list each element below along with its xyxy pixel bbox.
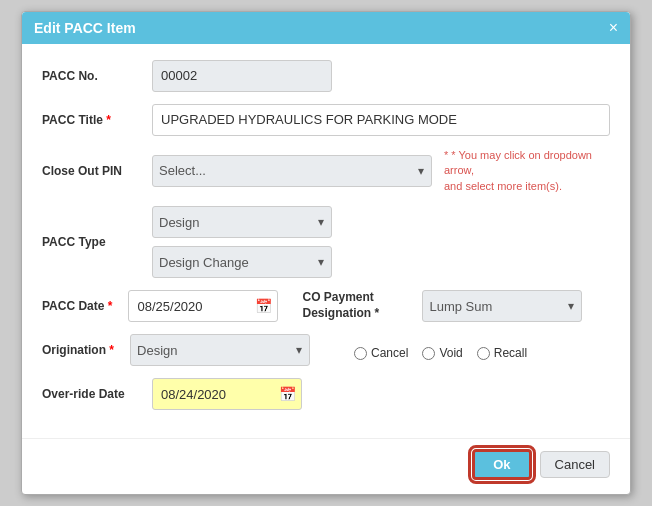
- ok-button[interactable]: Ok: [472, 449, 531, 480]
- radio-cancel-input[interactable]: [354, 347, 367, 360]
- pacc-type-sub-wrapper: Design ChangeScope Change: [152, 246, 332, 278]
- dialog-body: PACC No. PACC Title * Close Out PIN Sele…: [22, 44, 630, 438]
- co-payment-select[interactable]: Lump SumUnit PriceAllowance: [422, 290, 582, 322]
- dialog-header: Edit PACC Item ×: [22, 12, 630, 44]
- pacc-date-required: *: [108, 299, 113, 313]
- radio-recall-input[interactable]: [477, 347, 490, 360]
- pacc-type-select[interactable]: DesignConstructionOwner: [152, 206, 332, 238]
- dialog-footer: Ok Cancel: [22, 438, 630, 494]
- close-button[interactable]: ×: [609, 20, 618, 36]
- close-out-pin-row: Close Out PIN Select... * * You may clic…: [42, 148, 610, 194]
- pacc-title-required: *: [106, 113, 111, 127]
- pacc-date-label: PACC Date *: [42, 299, 112, 313]
- origination-wrapper: DesignConstructionOwner: [130, 334, 310, 366]
- co-payment-label: CO Payment Designation *: [302, 290, 412, 321]
- pacc-type-label: PACC Type: [42, 235, 152, 249]
- origination-select[interactable]: DesignConstructionOwner: [130, 334, 310, 366]
- pacc-type-row: PACC Type DesignConstructionOwner Design…: [42, 206, 610, 278]
- co-payment-required: *: [375, 306, 380, 320]
- radio-recall-label[interactable]: Recall: [477, 346, 527, 360]
- pacc-no-label: PACC No.: [42, 69, 152, 83]
- pacc-date-input[interactable]: [128, 290, 278, 322]
- origination-label: Origination *: [42, 343, 114, 357]
- radio-void-input[interactable]: [422, 347, 435, 360]
- override-date-input[interactable]: [152, 378, 302, 410]
- dialog-title: Edit PACC Item: [34, 20, 136, 36]
- radio-group: Cancel Void Recall: [354, 346, 527, 360]
- origination-group: Origination * DesignConstructionOwner: [42, 334, 310, 366]
- radio-cancel-label[interactable]: Cancel: [354, 346, 408, 360]
- co-payment-group: CO Payment Designation * Lump SumUnit Pr…: [302, 290, 582, 322]
- override-date-row: Over-ride Date 📅: [42, 378, 610, 410]
- pacc-type-wrapper: DesignConstructionOwner: [152, 206, 332, 238]
- edit-pacc-dialog: Edit PACC Item × PACC No. PACC Title * C…: [21, 11, 631, 495]
- pacc-no-row: PACC No.: [42, 60, 610, 92]
- pacc-type-sub-select[interactable]: Design ChangeScope Change: [152, 246, 332, 278]
- override-date-input-wrapper: 📅: [152, 378, 302, 410]
- close-out-hint: * * You may click on dropdown arrow, and…: [444, 148, 610, 194]
- origination-radio-row: Origination * DesignConstructionOwner Ca…: [42, 334, 610, 366]
- pacc-title-input[interactable]: [152, 104, 610, 136]
- pacc-date-group: PACC Date * 📅: [42, 290, 278, 322]
- pacc-title-label: PACC Title *: [42, 113, 152, 127]
- pacc-title-row: PACC Title *: [42, 104, 610, 136]
- close-out-pin-select[interactable]: Select...: [152, 155, 432, 187]
- pacc-no-input[interactable]: [152, 60, 332, 92]
- cancel-button[interactable]: Cancel: [540, 451, 610, 478]
- close-out-pin-wrapper: Select...: [152, 155, 432, 187]
- radio-void-label[interactable]: Void: [422, 346, 462, 360]
- pacc-date-co-payment-row: PACC Date * 📅 CO Payment Designation * L…: [42, 290, 610, 322]
- origination-required: *: [109, 343, 114, 357]
- pacc-date-input-wrapper: 📅: [128, 290, 278, 322]
- co-payment-wrapper: Lump SumUnit PriceAllowance: [422, 290, 582, 322]
- pacc-type-selects: DesignConstructionOwner Design ChangeSco…: [152, 206, 332, 278]
- override-date-label: Over-ride Date: [42, 387, 152, 401]
- close-out-pin-label: Close Out PIN: [42, 164, 152, 178]
